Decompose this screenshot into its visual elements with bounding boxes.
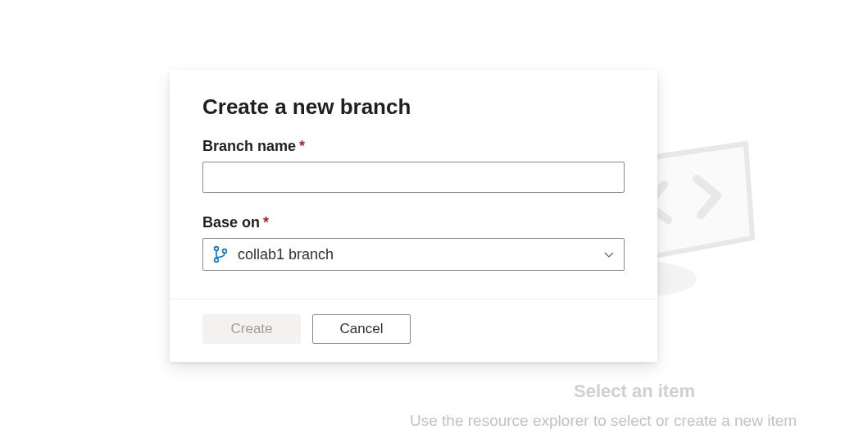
- base-on-label: Base on*: [202, 214, 625, 231]
- dialog-body: Create a new branch Branch name* Base on…: [170, 70, 657, 299]
- required-mark: *: [299, 138, 305, 154]
- svg-point-2: [215, 258, 219, 263]
- branch-name-label-text: Branch name: [202, 138, 296, 154]
- base-on-dropdown[interactable]: collab1 branch: [202, 238, 625, 271]
- required-mark: *: [263, 214, 269, 231]
- svg-point-3: [223, 249, 227, 254]
- create-button[interactable]: Create: [202, 314, 301, 344]
- svg-point-1: [215, 247, 219, 251]
- cancel-button[interactable]: Cancel: [312, 314, 411, 344]
- branch-name-field: Branch name*: [202, 138, 625, 193]
- dialog-title: Create a new branch: [202, 94, 625, 120]
- chevron-down-icon: [602, 248, 616, 261]
- base-on-label-text: Base on: [202, 214, 260, 231]
- git-branch-icon: [213, 245, 228, 263]
- dialog-footer: Create Cancel: [170, 299, 657, 362]
- branch-name-input[interactable]: [202, 162, 625, 193]
- branch-name-label: Branch name*: [202, 138, 625, 155]
- base-on-selected-value: collab1 branch: [238, 246, 593, 263]
- background-subheading: Use the resource explorer to select or c…: [410, 412, 797, 430]
- base-on-field: Base on* collab1 branch: [202, 214, 625, 271]
- create-branch-dialog: Create a new branch Branch name* Base on…: [170, 70, 657, 362]
- background-heading: Select an item: [574, 381, 695, 402]
